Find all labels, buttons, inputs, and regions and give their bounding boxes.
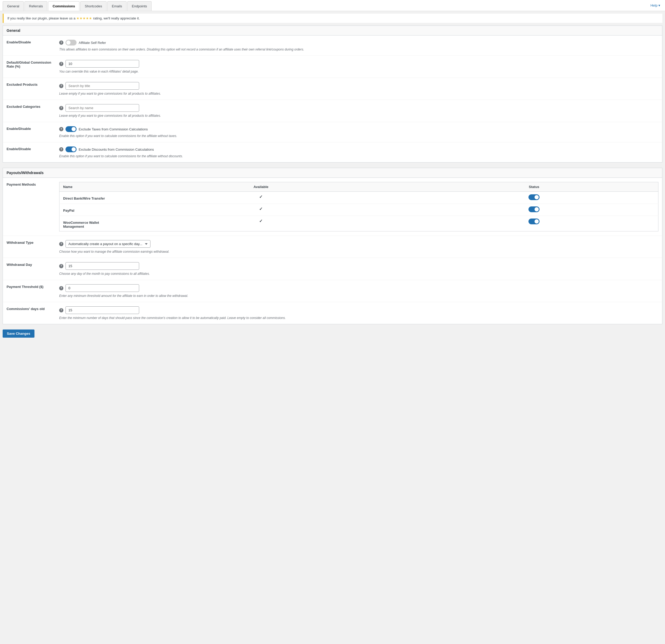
commissions-days-old-row: Commissions' days old ? Enter the minimu… xyxy=(3,302,662,324)
withdrawal-type-field: ? Automatically create a payout on a spe… xyxy=(56,236,662,258)
commissions-days-old-field: ? Enter the minimum number of days that … xyxy=(56,302,662,324)
payment-method-row: WooCommerce Wallet Management ✓ ✓ xyxy=(59,216,659,231)
payment-threshold-field: ? Enter any minimum threshold amount for… xyxy=(56,280,662,302)
payment-method-status-2[interactable]: ✓ xyxy=(410,216,658,231)
affiliate-self-refer-field: ? Affiliate Self Refer This allows affil… xyxy=(56,36,662,56)
tab-shortcodes[interactable]: Shortcodes xyxy=(80,1,107,11)
withdrawal-type-row: Withdrawal Type ? Automatically create a… xyxy=(3,236,662,258)
desc-exclude-discounts: Enable this option if you want to calcul… xyxy=(59,154,659,158)
toggle-label-self-refer: Affiliate Self Refer xyxy=(79,41,106,45)
save-changes-button[interactable]: Save Changes xyxy=(3,330,35,338)
save-wrap: Save Changes xyxy=(3,330,662,343)
help-icon-excluded-products[interactable]: ? xyxy=(59,84,63,88)
excluded-products-field: ? Leave empty if you want to give commis… xyxy=(56,78,662,100)
payment-method-name-2: WooCommerce Wallet Management xyxy=(59,216,112,231)
page-content: General Enable/Disable ? Affiliate Self … xyxy=(3,25,662,343)
commission-rate-row: Default/Global Commission Rate (%) ? You… xyxy=(3,56,662,78)
desc-self-refer: This allows affiliates to earn commissio… xyxy=(59,47,659,51)
label-withdrawal-day: Withdrawal Day xyxy=(3,258,56,280)
label-excluded-products: Excluded Products xyxy=(3,78,56,100)
desc-payment-threshold: Enter any minimum threshold amount for t… xyxy=(59,294,659,298)
exclude-discounts-row: Enable/Disable ? ✓ Exclude Discounts fro… xyxy=(3,142,662,162)
col-available: Available xyxy=(112,182,410,192)
commission-rate-input[interactable] xyxy=(65,60,139,67)
excluded-products-input[interactable] xyxy=(65,82,139,90)
desc-commissions-days-old: Enter the minimum number of days that sh… xyxy=(59,316,659,320)
label-withdrawal-type: Withdrawal Type xyxy=(3,236,56,258)
withdrawal-day-row: Withdrawal Day ? Choose any day of the m… xyxy=(3,258,662,280)
payment-methods-row: Payment Methods Name Available Status Di… xyxy=(3,178,662,236)
help-icon-excluded-categories[interactable]: ? xyxy=(59,106,63,110)
toggle-label-exclude-discounts: Exclude Discounts from Commission Calcul… xyxy=(79,148,154,152)
withdrawal-type-select[interactable]: Automatically create a payout on a speci… xyxy=(65,240,150,248)
col-status: Status xyxy=(410,182,658,192)
payment-method-available-0: ✓ xyxy=(112,192,410,204)
payment-methods-table: Name Available Status Direct Bank/Wire T… xyxy=(59,182,659,231)
excluded-categories-row: Excluded Categories ? Leave empty if you… xyxy=(3,100,662,122)
affiliate-self-refer-row: Enable/Disable ? Affiliate Self Refer Th… xyxy=(3,36,662,56)
tab-general[interactable]: General xyxy=(3,1,24,11)
withdrawal-day-field: ? Choose any day of the month to pay com… xyxy=(56,258,662,280)
payment-method-row: Direct Bank/Wire Transfer ✓ ✓ xyxy=(59,192,659,204)
exclude-taxes-field: ? ✓ Exclude Taxes from Commission Calcul… xyxy=(56,122,662,142)
help-icon-self-refer[interactable]: ? xyxy=(59,40,63,45)
payment-threshold-input[interactable] xyxy=(65,284,139,292)
payment-methods-field: Name Available Status Direct Bank/Wire T… xyxy=(56,178,662,236)
help-icon-commission-rate[interactable]: ? xyxy=(59,62,63,66)
desc-excluded-products: Leave empty if you want to give commissi… xyxy=(59,92,659,95)
withdrawal-day-input[interactable] xyxy=(65,262,139,270)
tab-emails[interactable]: Emails xyxy=(107,1,127,11)
commissions-days-old-input[interactable] xyxy=(65,306,139,314)
tab-commissions[interactable]: Commissions xyxy=(48,1,79,11)
general-section-header: General xyxy=(3,26,662,36)
help-icon-withdrawal-day[interactable]: ? xyxy=(59,264,63,268)
label-commission-rate: Default/Global Commission Rate (%) xyxy=(3,56,56,78)
payment-threshold-row: Payment Threshold ($) ? Enter any minimu… xyxy=(3,280,662,302)
tab-referrals[interactable]: Referrals xyxy=(24,1,48,11)
help-button[interactable]: Help ▾ xyxy=(648,1,662,9)
commission-rate-field: ? You can override this value in each Af… xyxy=(56,56,662,78)
label-commissions-days-old: Commissions' days old xyxy=(3,302,56,324)
notice-bar: If you really like our plugin, please le… xyxy=(3,14,662,23)
payment-method-row: PayPal ✓ ✓ xyxy=(59,204,659,216)
label-excluded-categories: Excluded Categories xyxy=(3,100,56,122)
toggle-self-refer[interactable] xyxy=(65,40,77,45)
desc-exclude-taxes: Enable this option if you want to calcul… xyxy=(59,134,659,138)
label-exclude-taxes: Enable/Disable xyxy=(3,122,56,142)
col-name: Name xyxy=(59,182,112,192)
label-exclude-discounts: Enable/Disable xyxy=(3,142,56,162)
desc-commission-rate: You can override this value in each Affi… xyxy=(59,70,659,73)
help-icon-exclude-discounts[interactable]: ? xyxy=(59,147,63,152)
payment-method-name-0: Direct Bank/Wire Transfer xyxy=(59,192,112,204)
payouts-section-header: Payouts/Withdrawals xyxy=(3,168,662,178)
tabs-container: GeneralReferralsCommissionsShortcodesEma… xyxy=(3,0,152,11)
desc-excluded-categories: Leave empty if you want to give commissi… xyxy=(59,114,659,118)
toggle-exclude-discounts[interactable]: ✓ xyxy=(65,147,77,152)
excluded-products-row: Excluded Products ? Leave empty if you w… xyxy=(3,78,662,100)
label-enable-disable-1: Enable/Disable xyxy=(3,36,56,56)
exclude-discounts-field: ? ✓ Exclude Discounts from Commission Ca… xyxy=(56,142,662,162)
desc-withdrawal-type: Choose how you want to manage the affili… xyxy=(59,250,659,254)
help-icon-withdrawal-type[interactable]: ? xyxy=(59,242,63,246)
exclude-taxes-row: Enable/Disable ? ✓ Exclude Taxes from Co… xyxy=(3,122,662,142)
help-icon-exclude-taxes[interactable]: ? xyxy=(59,127,63,131)
label-payment-threshold: Payment Threshold ($) xyxy=(3,280,56,302)
desc-withdrawal-day: Choose any day of the month to pay commi… xyxy=(59,272,659,276)
toggle-label-exclude-taxes: Exclude Taxes from Commission Calculatio… xyxy=(79,127,148,131)
payment-method-available-2: ✓ xyxy=(112,216,410,231)
help-icon-commissions-days-old[interactable]: ? xyxy=(59,308,63,312)
help-icon-payment-threshold[interactable]: ? xyxy=(59,286,63,290)
top-bar: GeneralReferralsCommissionsShortcodesEma… xyxy=(0,0,665,11)
excluded-categories-input[interactable] xyxy=(65,104,139,112)
payment-method-status-1[interactable]: ✓ xyxy=(410,204,658,216)
general-section: General Enable/Disable ? Affiliate Self … xyxy=(3,25,662,162)
label-payment-methods: Payment Methods xyxy=(3,178,56,236)
payment-method-name-1: PayPal xyxy=(59,204,112,216)
tab-endpoints[interactable]: Endpoints xyxy=(127,1,152,11)
toggle-exclude-taxes[interactable]: ✓ xyxy=(65,126,77,132)
payment-method-status-0[interactable]: ✓ xyxy=(410,192,658,204)
payouts-section: Payouts/Withdrawals Payment Methods Name… xyxy=(3,168,662,324)
payment-method-available-1: ✓ xyxy=(112,204,410,216)
excluded-categories-field: ? Leave empty if you want to give commis… xyxy=(56,100,662,122)
